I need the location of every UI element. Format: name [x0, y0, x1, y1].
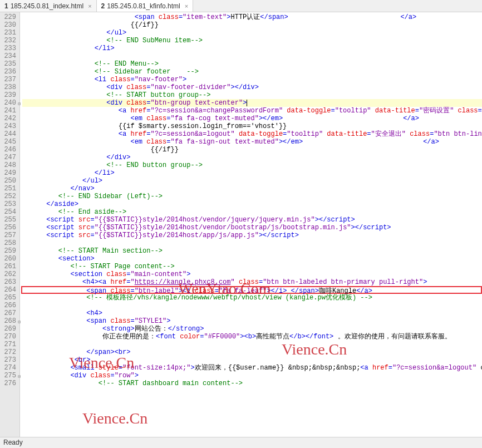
token-tag: <font	[156, 333, 176, 341]
close-icon[interactable]: ×	[185, 3, 188, 9]
line-number: 265	[2, 294, 16, 302]
token-val: "nav-footer-divider"	[150, 83, 230, 91]
token-url: https://kangle.phxc8.com	[135, 278, 231, 286]
code-line[interactable]: <!-- START dashboard main content-->	[22, 380, 482, 387]
token-comment: <!-- Sidebar footer -->	[95, 68, 199, 76]
token-val: "nav-footer"	[135, 76, 183, 83]
code-line[interactable]: <div class="nav-footer-divider"></div>	[22, 83, 482, 91]
code-line[interactable]: <section class="main-content">	[22, 270, 482, 278]
code-line[interactable]: <em class="fa fa-cog text-muted"></em> <…	[22, 115, 482, 122]
token-tag: =	[90, 216, 94, 224]
code-line[interactable]: <span class="item-text">HTTP认证</span> </…	[22, 13, 482, 21]
code-line[interactable]: <!-- END button group-->	[22, 161, 482, 169]
token-comment: <!-- END Sidebar (Left)-->	[58, 193, 163, 200]
code-line[interactable]: <a href="?c=session&a=changePasswordForm…	[22, 107, 482, 115]
code-line[interactable]: {{if $smarty.session.login_from=='vhost'…	[22, 122, 482, 130]
code-line[interactable]: <!-- End aside-->	[22, 208, 482, 216]
code-line[interactable]: <script src="{{$STATIC}}style/2014host/v…	[22, 224, 482, 232]
code-line[interactable]: <!-- Sidebar footer -->	[22, 68, 482, 76]
token-attr: class	[110, 76, 130, 83]
status-bar: Ready	[0, 437, 482, 448]
token-tag: </li>	[95, 169, 115, 177]
code-line[interactable]	[22, 341, 482, 348]
line-number: 275⊟	[2, 372, 16, 380]
code-line[interactable]: <div class="row">	[22, 372, 482, 380]
line-number: 247	[2, 154, 16, 161]
line-number: 241	[2, 107, 16, 115]
token-txt: 你正在使用的是：	[102, 333, 156, 341]
token-tag: <script	[46, 216, 74, 224]
code-line[interactable]: </li>	[22, 45, 482, 52]
token-txt	[75, 224, 78, 232]
code-line[interactable]	[22, 52, 482, 60]
line-number: 269	[2, 325, 16, 333]
token-attr: class	[110, 317, 130, 325]
code-line[interactable]	[22, 239, 482, 247]
code-line[interactable]: <script src="{{$STATIC}}style/2014host/a…	[22, 232, 482, 239]
code-line[interactable]: </span><br>	[22, 348, 482, 356]
token-attr: class	[126, 83, 146, 91]
token-tag: <br>	[75, 356, 91, 364]
code-line[interactable]: <br>	[22, 356, 482, 364]
token-tag: <a	[119, 107, 126, 115]
code-line[interactable]: <script src="{{$STATIC}}style/2014host/v…	[22, 216, 482, 224]
token-tag: =	[415, 107, 419, 115]
code-line[interactable]: <strong>网站公告：</strong>	[22, 325, 482, 333]
token-comment: <!-- START Main section-->	[58, 247, 163, 255]
code-line[interactable]: </ul>	[22, 29, 482, 37]
token-tag: <h4>	[86, 309, 102, 317]
code-line[interactable]: <div class="btn-group text-center">	[22, 99, 482, 107]
token-val: "btn-group text-center"	[150, 99, 243, 107]
close-icon[interactable]: ×	[88, 3, 91, 9]
code-line[interactable]: <!-- START button group-->	[22, 91, 482, 99]
token-txt	[368, 364, 372, 372]
tab-1[interactable]: 1 185.245.0.81_index.html ×	[0, 0, 97, 12]
code-line[interactable]: </aside>	[22, 200, 482, 208]
code-line[interactable]: <section>	[22, 255, 482, 263]
code-line[interactable]: </li>	[22, 169, 482, 177]
code-line[interactable]: <!-- END Sidebar (Left)-->	[22, 193, 482, 200]
token-txt	[235, 278, 239, 286]
token-attr: class	[410, 130, 430, 138]
code-line[interactable]: <h4>	[22, 309, 482, 317]
code-line[interactable]: <!-- END Menu-->	[22, 60, 482, 68]
code-area[interactable]: <span class="item-text">HTTP认证</span> </…	[20, 12, 482, 437]
code-line[interactable]: <span class="btn-label"><i class="fa fa-…	[21, 286, 482, 294]
line-number: 243	[2, 122, 16, 130]
line-number: 254	[2, 208, 16, 216]
code-line[interactable]: <em class="fa fa-sign-out text-muted"></…	[22, 138, 482, 146]
line-number: 229	[2, 13, 16, 21]
token-txt: 。欢迎你的使用，有问题请联系客服。	[333, 333, 451, 341]
tab-number: 2	[101, 2, 105, 10]
code-line[interactable]: <a href="?c=session&a=logout" data-toggl…	[22, 130, 482, 138]
code-line[interactable]: </nav>	[22, 185, 482, 193]
tab-2[interactable]: 2 185.245.0.81_kfinfo.html ×	[97, 0, 194, 12]
line-number: 250	[2, 177, 16, 185]
token-tag: ><b>	[240, 333, 256, 341]
line-number-gutter[interactable]: 229230231232233234235236237238239240⊟241…	[0, 12, 20, 437]
line-number: 270	[2, 333, 16, 341]
line-number: 258	[2, 239, 16, 247]
code-line[interactable]: <!-- START Page content-->	[22, 263, 482, 270]
token-txt	[416, 13, 482, 21]
code-line[interactable]: </div>	[22, 154, 482, 161]
code-line[interactable]: {{/if}}	[22, 146, 482, 154]
code-line[interactable]	[22, 302, 482, 309]
code-line[interactable]: <li class="nav-footer">	[22, 76, 482, 83]
code-line[interactable]: <small style="font-size:14px;">欢迎回来，{{$u…	[22, 364, 482, 372]
code-line[interactable]: </ul>	[22, 177, 482, 185]
token-val: "font-size:14px;"	[122, 364, 190, 372]
code-line[interactable]: <span class="STYLE1">	[22, 317, 482, 325]
token-comment: <!-- START Page content-->	[70, 263, 174, 270]
code-line[interactable]: {{/if}}	[22, 21, 482, 29]
code-line[interactable]: <!-- 模板路径/vhs/kangle/nodewww/webftp/vhos…	[22, 294, 482, 302]
token-val: "{{$STATIC}}style/2014host/vendor/jquery…	[95, 216, 315, 224]
token-tag: </ul>	[106, 29, 126, 37]
token-tag: ></script>	[351, 224, 391, 232]
code-line[interactable]: <h4><a href="https://kangle.phxc8.com" c…	[22, 278, 482, 286]
code-line[interactable]: <!-- END SubMenu item-->	[22, 37, 482, 45]
code-line[interactable]: <!-- START Main section-->	[22, 247, 482, 255]
token-tag: ></script>	[315, 216, 355, 224]
code-line[interactable]: 你正在使用的是：<font color="#FF0000"><b>高性能节点</…	[22, 333, 482, 341]
token-tag: ></div>	[231, 83, 259, 91]
